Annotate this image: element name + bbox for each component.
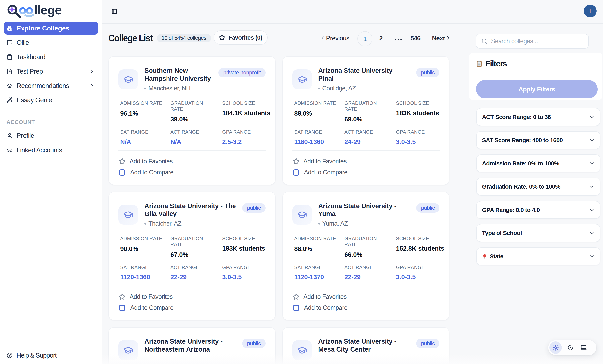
svg-text:llege: llege bbox=[34, 3, 62, 17]
